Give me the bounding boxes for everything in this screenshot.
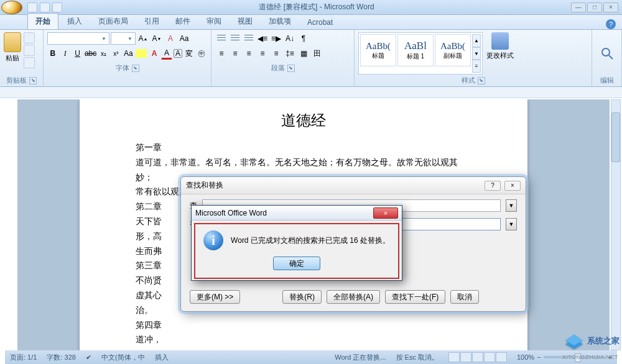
font-color-icon[interactable]: A bbox=[161, 47, 172, 60]
find-replace-titlebar[interactable]: 查找和替换 ? × bbox=[181, 177, 526, 194]
char-shading-icon[interactable]: Aa bbox=[123, 47, 134, 60]
paragraph-launcher-icon[interactable]: ⬊ bbox=[287, 65, 295, 72]
tab-mailings[interactable]: 邮件 bbox=[168, 14, 198, 29]
replace-button[interactable]: 替换(R) bbox=[282, 290, 322, 304]
align-center-icon[interactable]: ≡ bbox=[229, 47, 241, 60]
line-spacing-icon[interactable]: ‡≡ bbox=[284, 47, 296, 60]
vertical-scrollbar[interactable] bbox=[611, 99, 621, 350]
tab-addins[interactable]: 加载项 bbox=[261, 14, 299, 29]
superscript-button[interactable]: x² bbox=[110, 47, 121, 60]
full-screen-view-icon[interactable] bbox=[460, 352, 471, 362]
shading-icon[interactable]: ▦ bbox=[297, 47, 310, 60]
style-expand-icon[interactable]: ≡ bbox=[472, 60, 481, 73]
decrease-indent-icon[interactable]: ◀≡ bbox=[256, 32, 269, 45]
style-gallery[interactable]: AaBb(标题 AaBl标题 1 AaBb(副标题 ▲ ▼ ≡ bbox=[358, 32, 483, 75]
style-scroll-up-icon[interactable]: ▲ bbox=[472, 34, 481, 47]
clipboard-launcher-icon[interactable]: ⬊ bbox=[29, 77, 37, 84]
paste-label[interactable]: 粘贴 bbox=[6, 53, 19, 63]
change-styles-button[interactable]: 更改样式 bbox=[485, 32, 515, 75]
find-icon[interactable] bbox=[600, 46, 615, 61]
tab-home[interactable]: 开始 bbox=[27, 13, 58, 29]
qat-save-icon[interactable] bbox=[27, 2, 37, 12]
message-box-close-button[interactable]: × bbox=[373, 207, 398, 219]
window-titlebar: 道德经 [兼容模式] - Microsoft Word — □ × bbox=[0, 0, 622, 15]
shrink-font-icon[interactable]: A▼ bbox=[151, 32, 163, 45]
tab-page-layout[interactable]: 页面布局 bbox=[91, 14, 136, 29]
status-language[interactable]: 中文(简体，中 bbox=[101, 353, 145, 362]
tab-references[interactable]: 引用 bbox=[137, 14, 167, 29]
status-proofing-icon[interactable]: ✔ bbox=[86, 353, 91, 362]
office-button[interactable] bbox=[1, 1, 22, 14]
qat-redo-icon[interactable] bbox=[52, 2, 62, 12]
cancel-button[interactable]: 取消 bbox=[450, 290, 479, 304]
align-right-icon[interactable]: ≡ bbox=[243, 47, 255, 60]
tab-view[interactable]: 视图 bbox=[230, 14, 260, 29]
style-scroll-down-icon[interactable]: ▼ bbox=[472, 47, 481, 60]
status-word-count[interactable]: 字数: 328 bbox=[47, 353, 75, 362]
phonetic-guide-icon[interactable]: 変 bbox=[183, 47, 195, 60]
print-layout-view-icon[interactable] bbox=[448, 352, 460, 362]
scrollbar-thumb[interactable] bbox=[611, 112, 620, 162]
tab-insert[interactable]: 插入 bbox=[60, 14, 90, 29]
status-page[interactable]: 页面: 1/1 bbox=[10, 353, 37, 362]
font-launcher-icon[interactable]: ⬊ bbox=[132, 65, 139, 72]
group-clipboard: 粘贴 剪贴板⬊ bbox=[0, 30, 44, 86]
replace-all-button[interactable]: 全部替换(A) bbox=[327, 290, 380, 304]
status-insert-mode[interactable]: 插入 bbox=[155, 353, 169, 362]
message-box: Microsoft Office Word × i Word 已完成对文档的搜索… bbox=[191, 205, 402, 281]
help-icon[interactable]: ? bbox=[606, 19, 616, 29]
enclose-char-icon[interactable]: ㊥ bbox=[196, 47, 207, 60]
subscript-button[interactable]: x₂ bbox=[98, 47, 109, 60]
cut-icon[interactable] bbox=[24, 32, 35, 43]
minimize-button[interactable]: — bbox=[571, 2, 586, 12]
numbering-icon[interactable] bbox=[229, 32, 241, 45]
tab-acrobat[interactable]: Acrobat bbox=[300, 16, 340, 29]
italic-button[interactable]: I bbox=[60, 47, 71, 60]
show-marks-icon[interactable]: ¶ bbox=[297, 32, 310, 45]
outline-view-icon[interactable] bbox=[484, 352, 495, 362]
change-case-icon[interactable]: Aa bbox=[178, 32, 190, 45]
copy-icon[interactable] bbox=[24, 45, 35, 56]
styles-launcher-icon[interactable]: ⬊ bbox=[478, 77, 485, 84]
window-close-button[interactable]: × bbox=[603, 2, 618, 12]
find-dropdown-icon[interactable]: ▼ bbox=[506, 199, 517, 212]
font-size-combo[interactable]: ▼ bbox=[111, 32, 136, 45]
underline-button[interactable]: U bbox=[72, 47, 83, 60]
style-item[interactable]: AaBb(副标题 bbox=[435, 34, 471, 66]
paste-icon[interactable] bbox=[4, 32, 21, 52]
grow-font-icon[interactable]: A▲ bbox=[137, 32, 149, 45]
tab-review[interactable]: 审阅 bbox=[199, 14, 229, 29]
qat-undo-icon[interactable] bbox=[40, 2, 50, 12]
char-border-icon[interactable]: A bbox=[174, 49, 182, 58]
bullets-icon[interactable] bbox=[215, 32, 228, 45]
strikethrough-button[interactable]: abc bbox=[85, 47, 97, 60]
style-item[interactable]: AaBl标题 1 bbox=[397, 34, 434, 66]
font-name-combo[interactable]: ▼ bbox=[47, 32, 109, 45]
find-next-button[interactable]: 查找下一处(F) bbox=[385, 290, 445, 304]
more-button[interactable]: 更多(M) >> bbox=[190, 290, 240, 304]
style-item[interactable]: AaBb(标题 bbox=[360, 34, 396, 66]
maximize-button[interactable]: □ bbox=[587, 2, 602, 12]
zoom-level[interactable]: 100% bbox=[517, 353, 534, 361]
draft-view-icon[interactable] bbox=[496, 352, 507, 362]
highlight-icon[interactable] bbox=[135, 47, 147, 60]
horizontal-ruler[interactable] bbox=[0, 87, 622, 98]
sort-icon[interactable]: A↓ bbox=[284, 32, 296, 45]
bold-button[interactable]: B bbox=[47, 47, 58, 60]
highlight-color-icon[interactable]: A bbox=[149, 47, 160, 60]
replace-dropdown-icon[interactable]: ▼ bbox=[506, 218, 517, 230]
ok-button[interactable]: 确定 bbox=[273, 257, 320, 270]
distribute-icon[interactable]: ≡ bbox=[270, 47, 282, 60]
dialog-help-button[interactable]: ? bbox=[485, 181, 501, 191]
message-box-titlebar[interactable]: Microsoft Office Word × bbox=[192, 206, 402, 221]
align-left-icon[interactable]: ≡ bbox=[215, 47, 228, 60]
borders-icon[interactable]: 田 bbox=[311, 47, 323, 60]
clear-formatting-icon[interactable]: A bbox=[164, 32, 177, 45]
increase-indent-icon[interactable]: ≡▶ bbox=[270, 32, 282, 45]
format-painter-icon[interactable] bbox=[24, 57, 35, 68]
justify-icon[interactable]: ≡ bbox=[256, 47, 269, 60]
multilevel-list-icon[interactable] bbox=[243, 32, 255, 45]
dialog-close-button[interactable]: × bbox=[504, 181, 521, 191]
web-layout-view-icon[interactable] bbox=[472, 352, 483, 362]
zoom-out-button[interactable]: − bbox=[537, 353, 541, 361]
